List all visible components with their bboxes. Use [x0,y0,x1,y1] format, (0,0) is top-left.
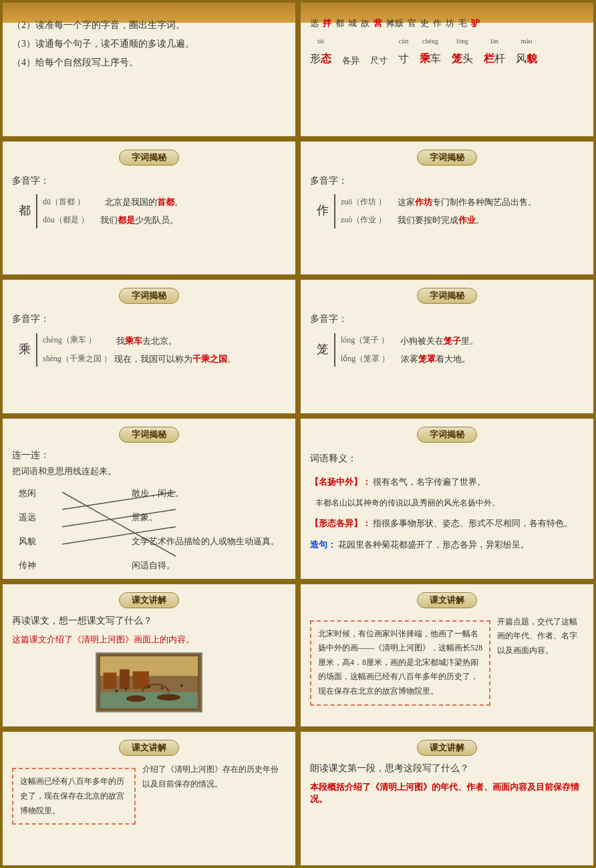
svg-point-15 [125,687,128,690]
zuo-row1: zuō（作坊 ） 这家作坊专门制作各种陶艺品出售。 [341,194,537,210]
connect-left-2: 遥远 [19,511,36,523]
long-bracket: lóng（笼子 ） 小狗被关在笼子里。 lǒng（笼罩 ） 浓雾笼罩着大地。 [334,333,478,367]
char-shi: 史 [420,15,429,32]
kewen-section-r6: 朗读课文第一段，思考这段写了什么？ 本段概括介绍了《清明上河图》的年代、作者、画… [310,763,584,805]
svg-point-12 [126,695,146,702]
poly-label-cheng: 多音字： [12,310,286,327]
poly-section-du: 多音字： 都 dū（首都 ） 北京是我国的首都。 dōu（都是 ） 我们都是少先… [12,172,286,228]
poly-label-du: 多音字： [12,172,286,189]
du-row1: dū（首都 ） 北京是我国的首都。 [43,194,183,210]
panel-row3-left: 字词揭秘 多音字： 乘 chéng（乘车 ） 我乘车去北京。 shèng（千乘之… [0,277,298,416]
char-taì: tài 形态 [310,35,331,69]
char-long-label: 笼 [317,339,329,360]
kewen-right-content: 北宋时候，有位画家叫张择端，他画了一幅名扬中外的画——《清明上河图》，这幅画长5… [310,615,584,711]
panel-row5-right: 课文讲解 北宋时候，有位画家叫张择端，他画了一幅名扬中外的画——《清明上河图》，… [298,582,596,730]
char-tanfan: 摊贩 [386,15,404,32]
kewen-answer-r6-text: 本段概括介绍了《清明上河图》的年代、作者、画面内容及目前保存情况。 [310,782,579,804]
cheng-pinyin2: shèng（千乘之国 ） [43,352,112,367]
panel-row6-left: 课文讲解 这幅画已经有八百年多年的历史了，现在保存在北京的故宫博物院里。 介绍了… [0,729,298,868]
connect-desc: 把词语和意思用线连起来。 [12,465,286,477]
connect-right-3: 文学艺术作品描绘的人或物生动逼真。 [132,535,279,548]
char-du-label: 都 [19,200,31,221]
svg-rect-8 [120,669,130,688]
du-meaning2: 我们都是少先队员。 [92,212,178,228]
poly-char-cheng: 乘 chéng（乘车 ） 我乘车去北京。 shèng（千乘之国 ） 现在，我国可… [19,333,286,367]
kewen-answer-r6: 本段概括介绍了《清明上河图》的年代、作者、画面内容及目前保存情况。 [310,781,584,805]
long-pinyin2: lǒng（笼罩 ） [341,352,390,367]
badge-r4r: 字词揭秘 [417,427,477,443]
connect-left-4: 传神 [19,560,36,572]
kewen-answer: 这篇课文介绍了《清明上河图》画面上的内容。 [12,634,286,646]
cheng-meaning2: 现在，我国可以称为千乘之国。 [114,351,236,367]
connect-left-1: 悠闲 [19,487,36,499]
zuo-meaning1: 这家作坊专门制作各种陶艺品出售。 [389,194,537,210]
dashed-text: 北宋时候，有位画家叫张择端，他画了一幅名扬中外的画——《清明上河图》，这幅画长5… [318,629,482,696]
panel-row6-right: 课文讲解 朗读课文第一段，思考这段写了什么？ 本段概括介绍了《清明上河图》的年代… [298,729,596,868]
char-xuan: 选 [310,15,319,32]
panel-row4-right: 字词揭秘 词语释义： 【名扬中外】： 很有名气，名字传遍了世界。 丰都名山以其神… [298,416,596,582]
char-cheng-city: 城 [348,15,357,32]
badge-r4l: 字词揭秘 [119,427,179,443]
svg-point-17 [161,686,164,689]
painting-svg [97,652,201,712]
badge-header-r3l: 字词揭秘 [12,288,286,304]
bottom-two-col: 这幅画已经有八百年多年的历史了，现在保存在北京的故宫博物院里。 介绍了《清明上河… [12,763,286,830]
word-entry-1: 【名扬中外】： 很有名气，名字传遍了世界。 [310,473,584,491]
bottom-right-text-content: 介绍了《清明上河图》存在的历史年份以及目前保存的情况。 [142,765,279,789]
char-fang: 坊 [446,15,454,32]
du-pinyin1: dū（首都 ） [43,195,85,210]
poly-char-long: 笼 lóng（笼子 ） 小狗被关在笼子里。 lǒng（笼罩 ） 浓雾笼罩着大地。 [317,333,584,367]
badge-header-r6r: 课文讲解 [310,740,584,756]
badge-header-r4l: 字词揭秘 [12,427,286,443]
badge-header-r2r: 字词揭秘 [310,150,584,166]
connect-diagram: 悠闲 遥远 风貌 传神 散步，闲走。 景象。 文学艺术作品描绘的人或物生动逼真。… [19,484,279,564]
panel-row2-left: 字词揭秘 多音字： 都 dū（首都 ） 北京是我国的首都。 dōu（都是 ） 我… [0,139,298,278]
badge-header-r3r: 字词揭秘 [310,288,584,304]
char-ying: 营 [374,15,382,32]
instruction-line-3: （3）读通每个句子，读不通顺的多读几遍。 [12,35,286,53]
cheng-row2: shèng（千乘之国 ） 现在，我国可以称为千乘之国。 [43,351,236,367]
connect-right-1: 散步，闲走。 [132,487,279,499]
word-def-1: 很有名气，名字传遍了世界。 [373,477,486,487]
char-geyì: 各异 [342,52,359,69]
char-mao-hair: 毛 [458,15,467,32]
connect-title: 连一连： [12,449,286,461]
word-example-1: 丰都名山以其神奇的传说以及秀丽的风光名扬中外。 [315,495,584,511]
cheng-pinyin1: chéng（乘车 ） [43,333,96,348]
badge-header-r6l: 课文讲解 [12,740,286,756]
du-row2: dōu（都是 ） 我们都是少先队员。 [43,212,183,228]
bottom-right-text: 介绍了《清明上河图》存在的历史年份以及目前保存的情况。 [142,763,287,791]
badge-header-r2l: 字词揭秘 [12,150,286,166]
side-annotation-text: 开篇点题，交代了这幅画的年代、作者、名字以及画面内容。 [497,617,577,655]
panel-top-right: 选 拌 都 城 故 营 摊贩 官 史 作 坊 毛 驴 tài 形态 各异 尺寸 … [298,0,596,139]
zuo-row2: zuò（作业 ） 我们要按时完成作业。 [341,212,537,228]
word-title-1: 【名扬中外】： [310,477,371,487]
badge-r2l: 字词揭秘 [119,150,179,166]
long-row1: lóng（笼子 ） 小狗被关在笼子里。 [341,333,478,349]
long-meaning1: 小狗被关在笼子里。 [392,333,478,349]
badge-r3r: 字词揭秘 [417,288,477,304]
char-long-cage: lóng 笼头 [452,35,473,69]
badge-r6l: 课文讲解 [119,740,179,756]
badge-r5r: 课文讲解 [417,592,477,608]
connect-right-items: 散步，闲走。 景象。 文学艺术作品描绘的人或物生动逼真。 闲适自得。 [132,487,279,572]
char-mao-style: mào 风貌 [516,35,537,69]
zaoju-text: 花园里各种菊花都盛开了，形态各异，异彩纷呈。 [338,539,529,550]
zaoju-label: 造句： [310,539,336,550]
svg-point-16 [148,686,150,688]
kewen-section-left: 再读课文，想一想课文写了什么？ 这篇课文介绍了《清明上河图》画面上的内容。 [12,615,286,712]
badge-r3l: 字词揭秘 [119,288,179,304]
char-cheng-label: 乘 [19,339,31,360]
word-title-2: 【形态各异】： [310,518,371,528]
zuo-meaning2: 我们要按时完成作业。 [389,212,484,228]
connect-left-3: 风貌 [19,535,36,548]
word-meaning-label: 词语释义： [310,449,584,468]
cheng-bracket: chéng（乘车 ） 我乘车去北京。 shèng（千乘之国 ） 现在，我国可以称… [36,333,236,367]
zuo-pinyin1: zuō（作坊 ） [341,195,386,210]
badge-header-r5r: 课文讲解 [310,592,584,608]
instruction-line-4: （4）给每个自然段写上序号。 [12,53,286,72]
bottom-dashed-text: 这幅画已经有八百年多年的历史了，现在保存在北京的故宫博物院里。 [20,777,124,815]
svg-rect-7 [104,672,117,688]
zuo-bracket: zuō（作坊 ） 这家作坊专门制作各种陶艺品出售。 zuò（作业 ） 我们要按时… [334,194,537,228]
pinyin-chars-row: tài 形态 各异 尺寸 cùn 寸 chéng 乘车 lóng 笼头 lán … [310,35,584,69]
